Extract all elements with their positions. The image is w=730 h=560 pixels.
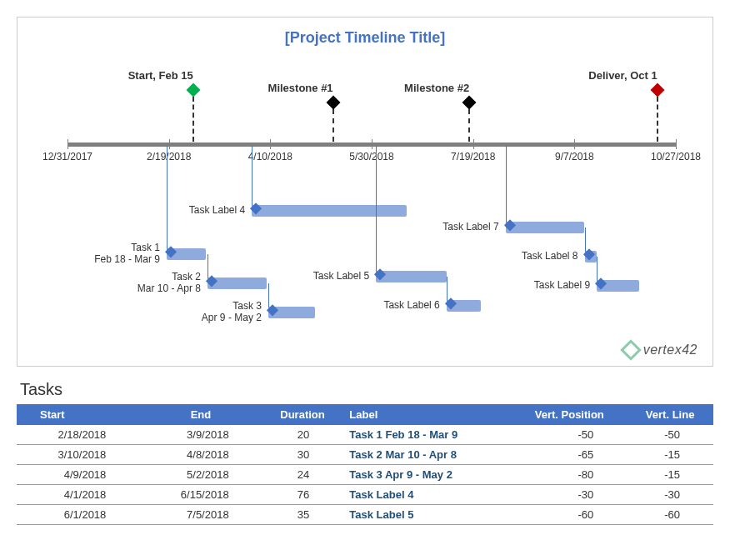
axis-tick-label: 9/7/2018	[555, 151, 594, 162]
table-row: 4/1/20186/15/201876Task Label 4-30-30	[17, 485, 713, 505]
task-label: Task 2Mar 10 - Apr 8	[92, 272, 201, 295]
cell-vline: -15	[627, 465, 713, 485]
task-label: Task Label 9	[482, 280, 590, 292]
milestone-label: Deliver, Oct 1	[588, 69, 657, 82]
cell-label: Task 3 Apr 9 - May 2	[342, 465, 512, 485]
cell-vpos: -65	[512, 445, 627, 465]
table-row: 6/1/20187/5/201835Task Label 5-60-60	[17, 505, 713, 525]
task-bar	[506, 222, 585, 233]
milestone: Deliver, Oct 1	[622, 69, 691, 142]
cell-label: Task 1 Feb 18 - Mar 9	[342, 425, 512, 445]
milestone-label: Milestone #1	[268, 82, 333, 94]
axis-tick-label: 7/19/2018	[451, 151, 495, 162]
milestone: Start, Feb 15	[161, 69, 226, 142]
cell-end: 6/15/2018	[139, 485, 262, 505]
axis-tick	[574, 139, 575, 149]
cell-start: 3/10/2018	[17, 445, 139, 465]
cell-start: 4/1/2018	[17, 485, 139, 505]
cell-label: Task 2 Mar 10 - Apr 8	[342, 445, 512, 465]
th-vline: Vert. Line	[627, 404, 713, 425]
milestone-label: Milestone #2	[404, 82, 469, 94]
logo-icon	[620, 339, 641, 360]
milestone-leader	[192, 97, 194, 142]
table-header: Start End Duration Label Vert. Position …	[17, 404, 713, 425]
vertex42-logo: vertex42	[623, 342, 698, 358]
cell-start: 2/18/2018	[17, 425, 139, 445]
cell-label: Task Label 5	[342, 505, 512, 525]
axis-tick	[372, 139, 372, 149]
axis-tick-label: 2/19/2018	[147, 151, 191, 162]
task-bar	[376, 271, 447, 282]
axis-tick-label: 10/27/2018	[651, 151, 701, 162]
cell-vline: -15	[627, 445, 713, 465]
task-leader	[252, 146, 252, 211]
cell-vpos: -60	[512, 505, 627, 525]
cell-start: 6/1/2018	[17, 505, 139, 525]
diamond-icon	[186, 83, 200, 98]
table-title: Tasks	[20, 380, 713, 399]
diamond-icon	[462, 96, 477, 110]
th-end: End	[139, 404, 262, 425]
axis-tick	[68, 139, 68, 149]
cell-vpos: -80	[512, 465, 627, 485]
chart-title: [Project Timeline Title]	[18, 18, 712, 47]
task-label: Task Label 6	[332, 300, 440, 312]
milestone: Milestone #2	[437, 82, 502, 142]
task-bar	[252, 205, 406, 217]
cell-duration: 20	[262, 425, 343, 445]
cell-vline: -50	[627, 425, 713, 445]
task-leader	[167, 146, 168, 254]
cell-start: 4/9/2018	[17, 465, 139, 485]
logo-text: vertex42	[643, 342, 698, 358]
axis-tick-label: 12/31/2017	[42, 151, 92, 162]
cell-duration: 24	[262, 465, 343, 485]
table-row: 2/18/20183/9/201820Task 1 Feb 18 - Mar 9…	[17, 425, 713, 445]
cell-duration: 76	[262, 485, 343, 505]
th-start: Start	[17, 404, 139, 425]
task-label: Task 3Apr 9 - May 2	[153, 301, 262, 324]
cell-vpos: -50	[512, 425, 627, 445]
cell-duration: 30	[262, 445, 343, 465]
cell-vpos: -30	[512, 485, 627, 505]
task-label: Task Label 5	[261, 271, 369, 282]
diamond-icon	[650, 83, 664, 98]
cell-duration: 35	[262, 505, 343, 525]
cell-end: 7/5/2018	[139, 505, 262, 525]
axis-tick-label: 4/10/2018	[248, 151, 292, 162]
milestone-label: Start, Feb 15	[128, 69, 193, 82]
milestone-leader	[657, 97, 658, 142]
diamond-icon	[326, 96, 340, 110]
table-row: 3/10/20184/8/201830Task 2 Mar 10 - Apr 8…	[17, 445, 713, 465]
task-label: Task Label 7	[391, 222, 499, 233]
cell-end: 3/9/2018	[139, 425, 262, 445]
cell-end: 5/2/2018	[139, 465, 262, 485]
tasks-table: Start End Duration Label Vert. Position …	[17, 404, 713, 525]
cell-label: Task Label 4	[342, 485, 512, 505]
task-leader	[506, 146, 507, 228]
axis-tick	[270, 139, 271, 149]
milestone-leader	[332, 109, 334, 142]
table-body: 2/18/20183/9/201820Task 1 Feb 18 - Mar 9…	[17, 425, 713, 525]
cell-vline: -60	[627, 505, 713, 525]
milestone-leader	[468, 109, 470, 142]
cell-vline: -30	[627, 485, 713, 505]
th-duration: Duration	[262, 404, 343, 425]
table-row: 4/9/20185/2/201824Task 3 Apr 9 - May 2-8…	[17, 465, 713, 485]
axis-tick-label: 5/30/2018	[349, 151, 393, 162]
timeline-chart: [Project Timeline Title] 12/31/20172/19/…	[17, 17, 713, 367]
task-label: Task Label 4	[137, 205, 245, 217]
task-leader	[376, 146, 377, 277]
th-vpos: Vert. Position	[512, 404, 627, 425]
task-label: Task 1Feb 18 - Mar 9	[52, 242, 160, 266]
milestone: Milestone #1	[301, 82, 366, 142]
task-label: Task Label 8	[470, 251, 578, 262]
th-label: Label	[342, 404, 512, 425]
cell-end: 4/8/2018	[139, 445, 262, 465]
